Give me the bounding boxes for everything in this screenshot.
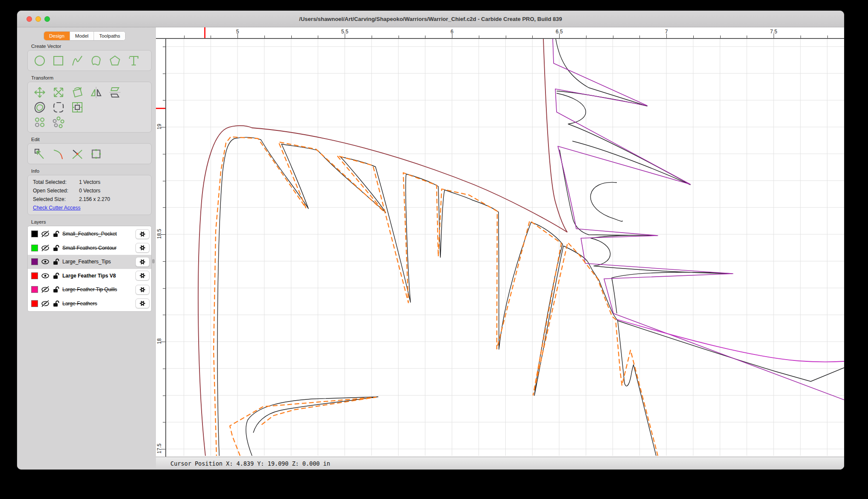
trim-icon[interactable]	[70, 147, 84, 160]
selected-size-value: 2.156 x 2.270	[79, 196, 110, 202]
cursor-y-marker	[156, 108, 165, 109]
scale-icon[interactable]	[52, 86, 65, 99]
unlock-icon[interactable]	[53, 245, 59, 251]
tab-model[interactable]: Model	[70, 32, 94, 40]
layer-settings-button[interactable]	[135, 271, 150, 281]
join-icon[interactable]	[89, 147, 103, 160]
layer-color-swatch[interactable]	[31, 286, 38, 293]
info-label: Info	[31, 168, 156, 174]
layer-color-swatch[interactable]	[31, 258, 38, 265]
create-vector-box	[27, 50, 152, 71]
layer-row[interactable]: Small Feathers Contour	[28, 241, 151, 255]
layers-label: Layers	[31, 219, 156, 224]
eye-hidden-icon[interactable]	[41, 230, 50, 237]
top-ruler-label: 5	[236, 29, 239, 35]
maroon-outline-paths	[198, 39, 567, 456]
layer-row[interactable]: Small_Feathers_Pocket	[28, 227, 151, 241]
create-vector-label: Create Vector	[31, 44, 156, 49]
align-icon[interactable]	[70, 100, 84, 114]
left-ruler-label: 17.5	[156, 442, 162, 455]
layer-settings-button[interactable]	[135, 243, 150, 253]
move-icon[interactable]	[33, 86, 46, 99]
cursor-x-marker	[204, 27, 205, 38]
layer-settings-button[interactable]	[135, 229, 150, 239]
transform-box	[27, 82, 152, 133]
node-edit-icon[interactable]	[33, 147, 46, 160]
close-button[interactable]	[26, 16, 32, 22]
app-window: /Users/shawnoel/Art/Carving/Shapeoko/War…	[17, 11, 844, 469]
eye-hidden-icon[interactable]	[41, 300, 50, 307]
left-ruler: 1918.51817.5	[156, 39, 166, 457]
status-bar: Cursor Position X: 4.839 Y: 19.090 Z: 0.…	[156, 457, 844, 469]
check-cutter-access-link[interactable]: Check Cutter Access	[31, 204, 82, 212]
unlock-icon[interactable]	[53, 230, 59, 237]
layer-row[interactable]: Large Feather Tip Quills	[28, 283, 151, 297]
layers-scrollbar[interactable]	[152, 259, 155, 263]
layer-name[interactable]: Small_Feathers_Pocket	[62, 231, 132, 237]
freeform-tool-icon[interactable]	[89, 54, 103, 67]
curve-tool-icon[interactable]	[70, 54, 84, 67]
array-circular-icon[interactable]	[52, 115, 65, 129]
layer-row[interactable]: Large Feathers	[28, 297, 151, 311]
layer-color-swatch[interactable]	[31, 300, 38, 307]
tab-toolpaths[interactable]: Toolpaths	[94, 32, 125, 40]
unlock-icon[interactable]	[53, 286, 59, 293]
text-tool-icon[interactable]	[127, 54, 140, 67]
top-ruler-label: 7	[665, 29, 668, 35]
black-vector-paths	[217, 39, 844, 456]
title-bar[interactable]: /Users/shawnoel/Art/Carving/Shapeoko/War…	[17, 11, 844, 27]
circle-tool-icon[interactable]	[33, 54, 46, 67]
unlock-icon[interactable]	[53, 258, 59, 265]
top-ruler-label: 6	[451, 29, 454, 35]
vector-plot[interactable]	[166, 39, 844, 456]
zoom-button[interactable]	[44, 16, 50, 22]
offset-icon[interactable]	[33, 100, 46, 114]
edit-box	[27, 143, 152, 164]
layer-name[interactable]: Large_Feathers_Tips	[62, 259, 132, 265]
open-selected-label: Open Selected:	[33, 188, 79, 194]
edit-label: Edit	[31, 137, 156, 142]
layer-settings-button[interactable]	[135, 298, 150, 308]
gear-icon	[139, 286, 146, 293]
polygon-tool-icon[interactable]	[108, 54, 121, 67]
layer-color-swatch[interactable]	[31, 272, 38, 279]
unlock-icon[interactable]	[53, 272, 59, 279]
gear-icon	[139, 259, 146, 265]
layer-name[interactable]: Large Feather Tip Quills	[62, 286, 132, 292]
eye-visible-icon[interactable]	[41, 258, 50, 265]
gear-icon	[139, 231, 146, 237]
left-ruler-label: 18.5	[156, 227, 162, 240]
design-canvas[interactable]	[166, 39, 844, 457]
layer-color-swatch[interactable]	[31, 230, 38, 237]
layer-name[interactable]: Large Feather Tips V8	[62, 273, 132, 279]
eye-hidden-icon[interactable]	[41, 286, 50, 293]
total-selected-label: Total Selected:	[33, 179, 79, 185]
layer-settings-button[interactable]	[135, 285, 150, 295]
total-selected-value: 1 Vectors	[79, 179, 100, 185]
gear-icon	[139, 272, 146, 279]
layer-settings-button[interactable]	[135, 257, 150, 267]
rectangle-tool-icon[interactable]	[52, 54, 65, 67]
minimize-button[interactable]	[35, 16, 41, 22]
rotate-icon[interactable]	[70, 86, 84, 99]
layer-name[interactable]: Large Feathers	[62, 301, 132, 307]
fillet-icon[interactable]	[52, 100, 65, 114]
tab-design[interactable]: Design	[44, 32, 70, 40]
layer-row[interactable]: Large Feather Tips V8	[28, 269, 151, 283]
layer-row[interactable]: Large_Feathers_Tips	[28, 255, 151, 269]
top-ruler-label: 7.5	[770, 29, 777, 35]
unlock-icon[interactable]	[53, 300, 59, 307]
layer-color-swatch[interactable]	[31, 245, 38, 251]
transform-label: Transform	[31, 75, 156, 80]
curve-edit-icon[interactable]	[52, 147, 65, 160]
top-ruler: 55.566.577.5	[156, 27, 844, 39]
info-box: Total Selected:1 Vectors Open Selected:0…	[27, 175, 152, 215]
mirror-icon[interactable]	[89, 86, 103, 99]
grid-lines	[166, 39, 844, 456]
array-grid-icon[interactable]	[33, 115, 46, 129]
eye-hidden-icon[interactable]	[41, 245, 50, 251]
eye-visible-icon[interactable]	[41, 272, 50, 279]
layer-name[interactable]: Small Feathers Contour	[62, 245, 132, 251]
left-ruler-label: 18	[156, 335, 162, 348]
flip-icon[interactable]	[108, 86, 121, 99]
